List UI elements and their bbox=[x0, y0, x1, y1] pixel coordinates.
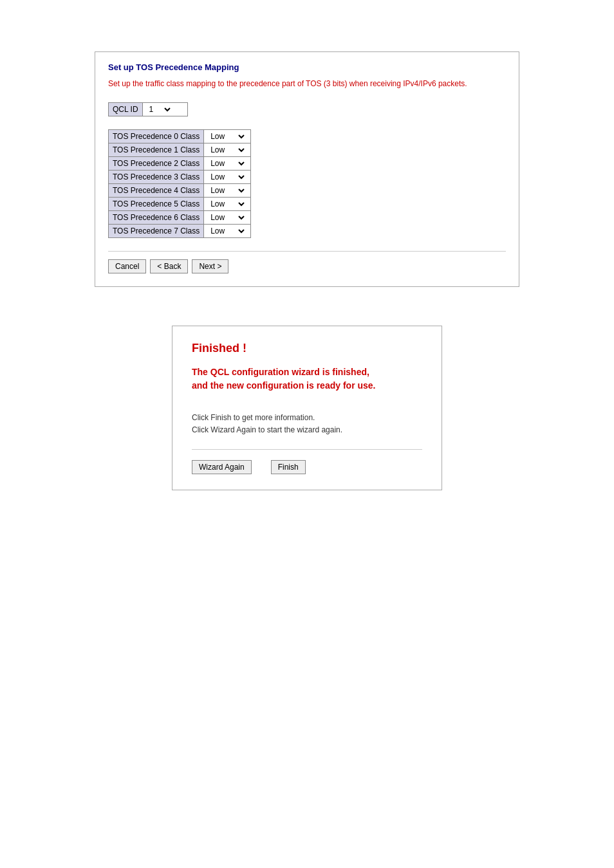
tos-row-label-4: TOS Precedence 4 Class bbox=[109, 183, 204, 197]
next-button[interactable]: Next > bbox=[192, 259, 228, 273]
tos-row-label-2: TOS Precedence 2 Class bbox=[109, 156, 204, 170]
tos-row-label-6: TOS Precedence 6 Class bbox=[109, 210, 204, 224]
tos-row-value-0[interactable]: LowNormalMediumHigh bbox=[204, 129, 251, 143]
tos-class-select-3[interactable]: LowNormalMediumHigh bbox=[208, 172, 247, 182]
table-row: TOS Precedence 2 ClassLowNormalMediumHig… bbox=[109, 156, 251, 170]
table-row: TOS Precedence 1 ClassLowNormalMediumHig… bbox=[109, 143, 251, 156]
finished-desc-line2: Click Wizard Again to start the wizard a… bbox=[192, 425, 342, 434]
qcl-id-select[interactable]: 1 2 3 4 5 6 7 8 bbox=[147, 104, 172, 115]
table-row: TOS Precedence 7 ClassLowNormalMediumHig… bbox=[109, 224, 251, 237]
table-row: TOS Precedence 4 ClassLowNormalMediumHig… bbox=[109, 183, 251, 197]
finished-subtitle: The QCL configuration wizard is finished… bbox=[192, 365, 422, 392]
tos-class-select-7[interactable]: LowNormalMediumHigh bbox=[208, 226, 247, 236]
tos-panel-title: Set up TOS Precedence Mapping bbox=[108, 62, 506, 72]
tos-class-select-6[interactable]: LowNormalMediumHigh bbox=[208, 212, 247, 223]
tos-row-value-2[interactable]: LowNormalMediumHigh bbox=[204, 156, 251, 170]
back-button[interactable]: < Back bbox=[150, 259, 188, 273]
tos-class-select-4[interactable]: LowNormalMediumHigh bbox=[208, 185, 247, 196]
tos-row-label-3: TOS Precedence 3 Class bbox=[109, 170, 204, 183]
finished-panel: Finished ! The QCL configuration wizard … bbox=[172, 326, 442, 490]
finished-desc-line1: Click Finish to get more information. bbox=[192, 413, 315, 422]
tos-class-select-2[interactable]: LowNormalMediumHigh bbox=[208, 158, 247, 169]
finished-subtitle-text: The QCL configuration wizard is finished… bbox=[192, 367, 376, 391]
tos-panel-description: Set up the traffic class mapping to the … bbox=[108, 78, 506, 89]
tos-class-select-0[interactable]: LowNormalMediumHigh bbox=[208, 131, 247, 142]
table-row: TOS Precedence 5 ClassLowNormalMediumHig… bbox=[109, 197, 251, 210]
tos-row-value-4[interactable]: LowNormalMediumHigh bbox=[204, 183, 251, 197]
tos-class-select-1[interactable]: LowNormalMediumHigh bbox=[208, 145, 247, 155]
tos-row-label-1: TOS Precedence 1 Class bbox=[109, 143, 204, 156]
tos-row-label-0: TOS Precedence 0 Class bbox=[109, 129, 204, 143]
tos-row-value-3[interactable]: LowNormalMediumHigh bbox=[204, 170, 251, 183]
tos-row-value-5[interactable]: LowNormalMediumHigh bbox=[204, 197, 251, 210]
finish-button[interactable]: Finish bbox=[271, 460, 306, 474]
finished-footer: Wizard Again Finish bbox=[192, 449, 422, 474]
tos-row-value-6[interactable]: LowNormalMediumHigh bbox=[204, 210, 251, 224]
tos-row-value-1[interactable]: LowNormalMediumHigh bbox=[204, 143, 251, 156]
wizard-again-button[interactable]: Wizard Again bbox=[192, 460, 252, 474]
table-row: TOS Precedence 6 ClassLowNormalMediumHig… bbox=[109, 210, 251, 224]
tos-row-label-7: TOS Precedence 7 Class bbox=[109, 224, 204, 237]
page-wrapper: Set up TOS Precedence Mapping Set up the… bbox=[0, 0, 614, 868]
finished-description: Click Finish to get more information. Cl… bbox=[192, 412, 422, 436]
tos-panel-footer: Cancel < Back Next > bbox=[108, 251, 506, 273]
finished-title: Finished ! bbox=[192, 342, 422, 355]
tos-table: QCL ID 1 2 3 4 5 6 7 8 bbox=[108, 102, 188, 116]
tos-class-select-5[interactable]: LowNormalMediumHigh bbox=[208, 199, 247, 209]
tos-panel: Set up TOS Precedence Mapping Set up the… bbox=[95, 51, 519, 287]
qcl-id-value-cell[interactable]: 1 2 3 4 5 6 7 8 bbox=[142, 102, 187, 116]
tos-row-value-7[interactable]: LowNormalMediumHigh bbox=[204, 224, 251, 237]
tos-row-label-5: TOS Precedence 5 Class bbox=[109, 197, 204, 210]
tos-class-table: TOS Precedence 0 ClassLowNormalMediumHig… bbox=[108, 129, 251, 238]
table-row: TOS Precedence 0 ClassLowNormalMediumHig… bbox=[109, 129, 251, 143]
qcl-id-label: QCL ID bbox=[109, 102, 143, 116]
qcl-id-row: QCL ID 1 2 3 4 5 6 7 8 bbox=[109, 102, 188, 116]
table-row: TOS Precedence 3 ClassLowNormalMediumHig… bbox=[109, 170, 251, 183]
cancel-button[interactable]: Cancel bbox=[108, 259, 146, 273]
